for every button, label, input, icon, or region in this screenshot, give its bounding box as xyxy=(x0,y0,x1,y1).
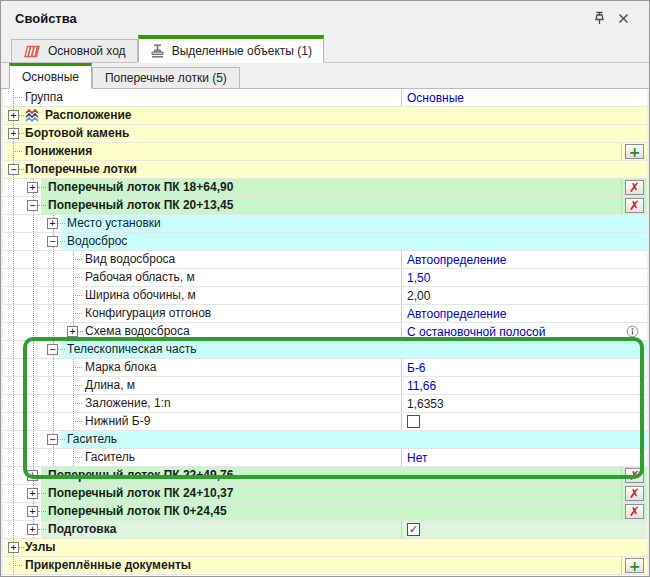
tree-guide xyxy=(33,269,34,286)
value-cell[interactable]: Основные xyxy=(401,89,645,106)
tree-guide xyxy=(13,431,14,448)
tree-guide xyxy=(53,269,54,286)
subtab-general[interactable]: Основные xyxy=(9,63,92,89)
tree-connector xyxy=(73,385,82,386)
tree-connector xyxy=(73,367,82,368)
tree-guide xyxy=(53,305,54,322)
tree-guide xyxy=(13,287,14,304)
delete-row-button[interactable]: ✗ xyxy=(625,486,644,501)
grid-row[interactable]: +Бортовой камень xyxy=(3,125,647,143)
tree-guide xyxy=(53,323,54,340)
grid-row[interactable]: ГасительНет xyxy=(3,449,647,467)
press-icon xyxy=(150,44,165,58)
grid-row[interactable]: +Место установки xyxy=(3,215,647,233)
value-cell[interactable]: Автоопределение xyxy=(401,305,645,322)
value-cell[interactable]: 1,6353 xyxy=(401,395,645,412)
delete-row-button[interactable]: ✗ xyxy=(625,198,644,213)
tree-connector xyxy=(73,277,82,278)
info-icon[interactable] xyxy=(626,325,639,338)
grid-row[interactable]: Марка блокаБ-6 xyxy=(3,359,647,377)
expand-toggle[interactable]: − xyxy=(27,200,38,211)
expand-toggle[interactable]: − xyxy=(47,344,58,355)
grid-row[interactable]: −Гаситель xyxy=(3,431,647,449)
tree-guide xyxy=(13,215,14,232)
grid-row[interactable]: ГруппаОсновные xyxy=(3,89,647,107)
grid-row[interactable]: +Поперечный лоток ПК 0+24,45✗ xyxy=(3,503,647,521)
value-cell[interactable]: 2,00 xyxy=(401,287,645,304)
add-item-button[interactable]: + xyxy=(625,144,644,159)
grid-row[interactable]: +Подготовка✓ xyxy=(3,521,647,539)
grid-row[interactable]: +Схема водосбросаС остановочной полосой xyxy=(3,323,647,341)
delete-row-button[interactable]: ✗ xyxy=(625,468,644,483)
value-cell[interactable]: ✓ xyxy=(401,521,645,538)
grid-row[interactable]: −Поперечный лоток ПК 20+13,45✗ xyxy=(3,197,647,215)
tree-connector xyxy=(19,169,24,170)
titlebar: Свойства xyxy=(1,1,649,35)
grid-row[interactable]: Длина, м11,66 xyxy=(3,377,647,395)
grid-row[interactable]: −Телескопическая часть xyxy=(3,341,647,359)
tree-guide xyxy=(33,449,34,466)
grid-row[interactable]: −Водосброс xyxy=(3,233,647,251)
value-cell[interactable]: 1,50 xyxy=(401,269,645,286)
expand-toggle[interactable]: + xyxy=(27,524,38,535)
grid-row[interactable]: +Поперечный лоток ПК 18+64,90✗ xyxy=(3,179,647,197)
row-button-cell: ✗ xyxy=(621,485,647,502)
value-cell[interactable]: Автоопределение xyxy=(401,251,645,268)
subtab-cross-trays[interactable]: Поперечные лотки (5) xyxy=(92,67,240,88)
expand-toggle[interactable]: + xyxy=(27,182,38,193)
grid-row[interactable]: Конфигурация отгоновАвтоопределение xyxy=(3,305,647,323)
add-plus-icon: + xyxy=(629,560,641,572)
value-cell[interactable] xyxy=(401,413,645,430)
grid-row[interactable]: +Поперечный лоток ПК 24+10,37✗ xyxy=(3,485,647,503)
grid-row[interactable]: Прикреплённые документы+ xyxy=(3,557,647,575)
value-text: Автоопределение xyxy=(407,307,506,321)
expand-toggle[interactable]: + xyxy=(8,542,19,553)
tab-main-route[interactable]: Основной ход xyxy=(11,39,138,62)
subtab-label: Поперечные лотки (5) xyxy=(105,71,227,85)
pin-icon[interactable] xyxy=(587,8,611,28)
grid-row[interactable]: Ширина обочины, м2,00 xyxy=(3,287,647,305)
tree-guide xyxy=(53,251,54,268)
grid-row[interactable]: −Поперечные лотки xyxy=(3,161,647,179)
grid-row[interactable]: +Расположение xyxy=(3,107,647,125)
expand-toggle[interactable]: + xyxy=(8,128,19,139)
grid-row[interactable]: Понижения+ xyxy=(3,143,647,161)
expand-toggle[interactable]: + xyxy=(8,110,19,121)
grid-row[interactable]: Вид водосбросаАвтоопределение xyxy=(3,251,647,269)
add-item-button[interactable]: + xyxy=(625,558,644,573)
main-tabs: Основной ходВыделенные объекты (1) xyxy=(1,35,649,63)
tree-guide xyxy=(53,287,54,304)
row-label: Рабочая область, м xyxy=(85,269,195,286)
value-cell[interactable]: С остановочной полосой xyxy=(401,323,645,340)
tree-connector xyxy=(13,97,22,98)
delete-row-button[interactable]: ✗ xyxy=(625,504,644,519)
tree-guide xyxy=(33,413,34,430)
delete-x-icon: ✗ xyxy=(629,199,640,212)
delete-row-button[interactable]: ✗ xyxy=(625,180,644,195)
grid-row[interactable]: Нижний Б-9 xyxy=(3,413,647,431)
grid-row[interactable]: +Поперечный лоток ПК 22+49,76✗ xyxy=(3,467,647,485)
row-label: Узлы xyxy=(25,539,56,556)
close-icon[interactable] xyxy=(611,8,635,28)
value-cell[interactable]: Б-6 xyxy=(401,359,645,376)
expand-toggle[interactable]: − xyxy=(47,434,58,445)
value-cell[interactable]: Нет xyxy=(401,449,645,466)
grid-row[interactable]: Заложение, 1:n1,6353 xyxy=(3,395,647,413)
delete-x-icon: ✗ xyxy=(629,181,640,194)
property-grid: ГруппаОсновные+Расположение+Бортовой кам… xyxy=(3,89,647,576)
expand-toggle[interactable]: + xyxy=(27,488,38,499)
expand-toggle[interactable]: + xyxy=(27,506,38,517)
properties-panel: Свойства Основной ходВыделенные объекты … xyxy=(0,0,650,577)
grid-row[interactable]: Рабочая область, м1,50 xyxy=(3,269,647,287)
expand-toggle[interactable]: + xyxy=(47,218,58,229)
expand-toggle[interactable]: − xyxy=(47,236,58,247)
grid-row[interactable]: +Узлы xyxy=(3,539,647,557)
value-cell[interactable]: 11,66 xyxy=(401,377,645,394)
checkbox-unchecked[interactable] xyxy=(407,415,420,428)
tree-connector xyxy=(58,223,65,224)
expand-toggle[interactable]: + xyxy=(27,470,38,481)
expand-toggle[interactable]: + xyxy=(67,326,78,337)
expand-toggle[interactable]: − xyxy=(8,164,19,175)
tab-selected-objects[interactable]: Выделенные объекты (1) xyxy=(138,35,324,63)
checkbox-checked[interactable]: ✓ xyxy=(407,523,420,536)
